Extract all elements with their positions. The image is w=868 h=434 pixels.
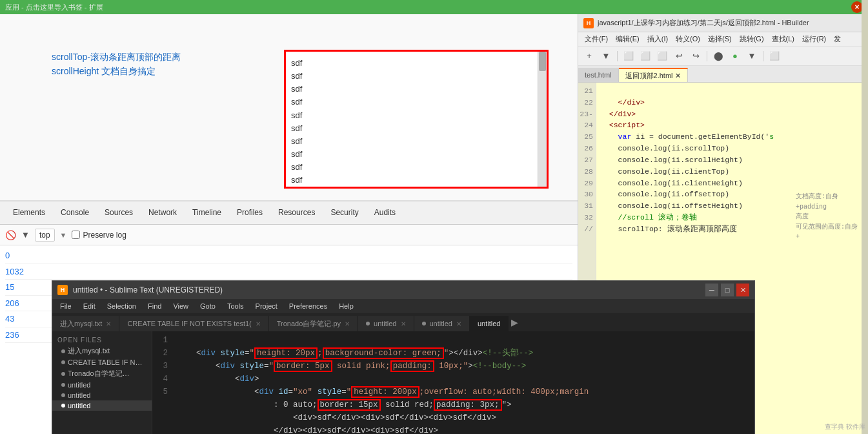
sublime-menu-view[interactable]: View	[168, 301, 194, 311]
sublime-code-area: 1 2 3 4 5 <div style="height: 20px;backg…	[152, 331, 754, 434]
sublime-menu-find[interactable]: Find	[143, 301, 167, 311]
toolbar-dropdown3[interactable]: ▼	[745, 49, 759, 63]
hb-menu-run[interactable]: 运行(R)	[798, 33, 830, 45]
line-num: 5	[152, 386, 168, 398]
tab-close-icon[interactable]: ✕	[456, 320, 461, 327]
toolbar-dropdown[interactable]: ▼	[599, 49, 613, 63]
tab-close-icon[interactable]: ✕	[345, 320, 350, 327]
devtools-tab-timeline[interactable]: Timeline	[185, 204, 229, 222]
sdf-line: sdf	[291, 83, 532, 96]
hb-tab-main[interactable]: 返回顶部2.html ✕	[619, 68, 688, 82]
code-content[interactable]: <div style="height: 20px;background-colo…	[172, 331, 754, 434]
hb-menu-more[interactable]: 发	[830, 33, 845, 45]
sublime-tab-untitled3[interactable]: untitled	[470, 316, 509, 331]
toolbar-btn6[interactable]: ⬜	[767, 49, 782, 63]
sdf-line: sdf	[291, 96, 532, 108]
sublime-menu-preferences[interactable]: Preferences	[284, 301, 332, 311]
sidebar-file-tronado[interactable]: Tronado自学笔记…	[52, 367, 152, 380]
hbuilder-tabs: test.html 返回顶部2.html ✕	[578, 66, 868, 83]
preserve-log-checkbox[interactable]: Preserve log	[72, 231, 126, 240]
devtools-tab-security[interactable]: Security	[323, 204, 366, 222]
annotation-text: scrollTop-滚动条距离顶部的距离 scrollHeight 文档自身搞定	[52, 50, 181, 79]
tab-close-icon[interactable]: ✕	[401, 320, 406, 327]
console-line: 0	[5, 248, 572, 264]
scroll-demo-box: sdf sdf sdf sdf sdf sdf sdf sdf sdf sdf …	[284, 50, 549, 189]
scrollbar-thumb[interactable]	[539, 52, 546, 71]
toolbar-new[interactable]: +	[582, 49, 596, 63]
hb-tab-test[interactable]: test.html	[578, 68, 619, 82]
sublime-menu-file[interactable]: File	[55, 301, 77, 311]
hb-scrollbar[interactable]	[862, 83, 868, 434]
sublime-tab-mysql[interactable]: 进入mysql.txt ✕	[52, 316, 119, 331]
hb-menu-select[interactable]: 选择(S)	[704, 33, 736, 45]
filter-icon[interactable]: ▼	[21, 230, 30, 240]
devtools-tab-audits[interactable]: Audits	[367, 204, 403, 222]
toolbar-dropdown2[interactable]: ●	[728, 49, 742, 63]
tabs-scroll-right[interactable]: ▶	[509, 317, 521, 327]
tab-close-icon[interactable]: ✕	[106, 320, 111, 327]
line-num: 1	[152, 334, 168, 347]
maximize-button[interactable]: □	[721, 284, 734, 296]
toolbar-btn3[interactable]: ⬜	[655, 49, 669, 63]
sublime-tab-untitled1[interactable]: untitled ✕	[358, 316, 414, 331]
toolbar-btn1[interactable]: ⬜	[621, 49, 636, 63]
no-entry-icon[interactable]: 🚫	[5, 230, 16, 240]
toolbar-btn4[interactable]: ↩	[672, 49, 686, 63]
hb-menu-edit[interactable]: 编辑(E)	[612, 33, 643, 45]
sidebar-file-label: untitled	[68, 402, 90, 409]
preserve-log-input[interactable]	[72, 231, 80, 239]
sidebar-file-untitled1[interactable]: untitled	[52, 380, 152, 390]
devtools-tab-console[interactable]: Console	[53, 204, 97, 222]
line-num: 32	[578, 212, 593, 223]
toolbar-btn5[interactable]: ↪	[689, 49, 703, 63]
sidebar-section-title: OPEN FILES	[52, 335, 152, 345]
filter-top-selector[interactable]: top	[35, 229, 55, 242]
sublime-tab-create[interactable]: CREATE TABLE IF NOT EXISTS test1( ✕	[119, 316, 268, 331]
sdf-line: sdf	[291, 109, 532, 122]
hb-menu-insert[interactable]: 插入(I)	[643, 33, 672, 45]
tab-close-icon[interactable]: ✕	[256, 320, 261, 327]
sublime-menubar: File Edit Selection Find View Goto Tools…	[52, 299, 754, 313]
side-comment-2: 高度	[796, 212, 860, 222]
annotation-line2: scrollHeight 文档自身搞定	[52, 64, 181, 78]
code-line-4: <div id="xo" style="height: 200px;overfl…	[177, 386, 589, 398]
sublime-menu-goto[interactable]: Goto	[195, 301, 221, 311]
sidebar-file-untitled2[interactable]: untitled	[52, 390, 152, 400]
hb-menu-escape[interactable]: 转义(O)	[672, 33, 704, 45]
devtools-tab-network[interactable]: Network	[141, 204, 185, 222]
sublime-menu-tools[interactable]: Tools	[222, 301, 249, 311]
sublime-menu-project[interactable]: Project	[250, 301, 283, 311]
minimize-button[interactable]: ─	[705, 284, 718, 296]
window-controls: ─ □ ✕	[705, 284, 749, 296]
hb-menu-goto[interactable]: 跳转(G)	[736, 33, 768, 45]
tab-label: untitled	[478, 320, 500, 327]
hb-menu-find[interactable]: 查找(L)	[768, 33, 798, 45]
toolbar-btn2[interactable]: ⬜	[638, 49, 652, 63]
sidebar-file-mysql[interactable]: 进入mysql.txt	[52, 345, 152, 357]
sdf-line: sdf	[291, 148, 532, 161]
devtools-tab-sources[interactable]: Sources	[97, 204, 141, 222]
sdf-scrollbar[interactable]	[538, 52, 547, 187]
sublime-icon: H	[57, 285, 68, 295]
sublime-menu-help[interactable]: Help	[334, 301, 359, 311]
sdf-line: sdf	[291, 161, 532, 174]
tab-dot	[366, 322, 370, 326]
hb-menu-file[interactable]: 文件(F)	[581, 33, 612, 45]
devtools-tab-elements[interactable]: Elements	[5, 204, 53, 222]
toolbar-circle-btn[interactable]: ⬤	[711, 49, 725, 63]
line-num: 4	[152, 373, 168, 386]
sublime-tab-untitled2[interactable]: untitled ✕	[414, 316, 470, 331]
sublime-tab-tronado[interactable]: Tronado自学笔记.py ✕	[269, 316, 358, 331]
sidebar-file-untitled3[interactable]: untitled	[52, 400, 152, 411]
close-button[interactable]: ✕	[736, 284, 749, 296]
hb-side-comments: 文档高度:自身+padding 高度 可见范围的高度:自身 +	[796, 192, 860, 242]
line-numbers: 1 2 3 4 5	[152, 331, 172, 434]
devtools-tab-profiles[interactable]: Profiles	[229, 204, 270, 222]
filter-arrow[interactable]: ▼	[60, 231, 67, 239]
code-line-3: <div>	[177, 375, 259, 384]
devtools-tab-resources[interactable]: Resources	[270, 204, 323, 222]
sublime-menu-selection[interactable]: Selection	[102, 301, 141, 311]
file-dot	[61, 383, 65, 387]
sidebar-file-create[interactable]: CREATE TABLE IF N…	[52, 357, 152, 367]
sublime-menu-edit[interactable]: Edit	[78, 301, 101, 311]
